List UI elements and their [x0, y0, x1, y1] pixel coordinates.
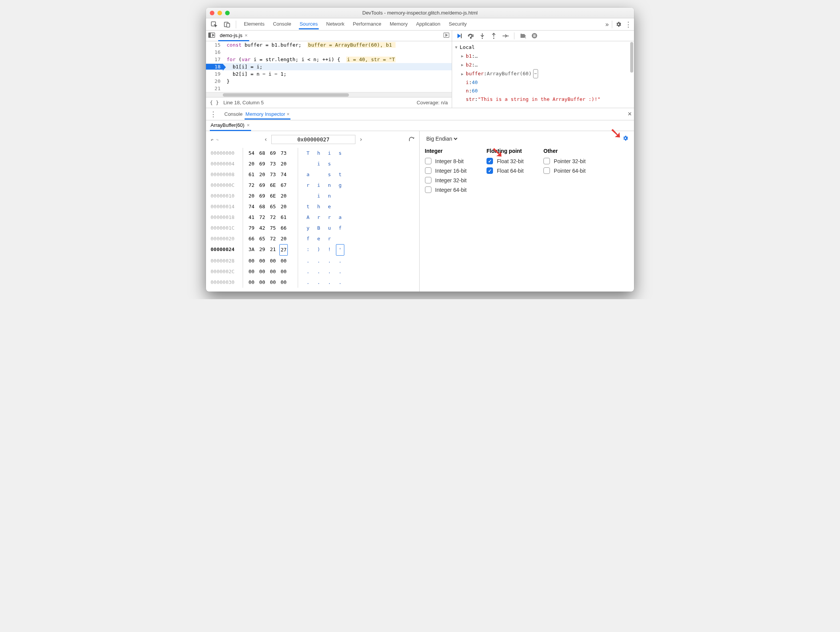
hex-ascii[interactable]: This [299, 148, 345, 159]
checkbox[interactable] [543, 167, 550, 174]
hex-ascii[interactable]: is [299, 159, 345, 169]
device-toggle-icon[interactable] [221, 19, 233, 29]
hex-bytes[interactable]: 66657220 [244, 233, 298, 244]
close-memory-tab-icon[interactable]: × [247, 122, 250, 128]
type-option[interactable]: Integer 16-bit [425, 167, 467, 174]
hex-bytes[interactable]: 20697320 [244, 159, 298, 169]
hex-bytes[interactable]: 79427566 [244, 223, 298, 233]
step-icon[interactable] [502, 34, 509, 38]
history-back-icon[interactable]: ↶ [211, 137, 214, 143]
hex-grid[interactable]: 0000000054686973This0000000420697320 is … [211, 148, 415, 288]
memory-inspector-tab[interactable]: ArrayBuffer(60) × [210, 120, 251, 131]
hex-ascii[interactable]: in [299, 191, 345, 201]
scope-entry[interactable]: i: 40 [455, 78, 631, 87]
checkbox[interactable] [486, 167, 493, 174]
hex-bytes[interactable]: 74686520 [244, 201, 298, 212]
hex-bytes[interactable]: 00000000 [244, 277, 298, 288]
code-line[interactable]: 19 b2[i] = n − i − 1; [206, 70, 452, 78]
type-option[interactable]: Integer 32-bit [425, 177, 467, 183]
type-option[interactable]: Integer 8-bit [425, 158, 467, 164]
checkbox[interactable] [425, 158, 431, 164]
checkbox[interactable] [425, 186, 431, 193]
file-tab[interactable]: demo-js.js × [218, 31, 249, 41]
refresh-memory-icon[interactable] [408, 136, 415, 144]
checkbox[interactable] [425, 167, 431, 174]
line-number[interactable]: 19 [206, 71, 223, 77]
code-line[interactable]: 18 b1[i] = i; [206, 63, 452, 70]
hex-ascii[interactable]: a st [299, 169, 345, 180]
inspect-element-icon[interactable] [208, 19, 220, 29]
endianness-select[interactable]: Big Endian [425, 135, 459, 142]
hex-ascii[interactable]: .... [299, 277, 345, 288]
code-line[interactable]: 16 [206, 49, 452, 56]
code-line[interactable]: 20} [206, 78, 452, 85]
close-drawer-icon[interactable]: × [628, 110, 632, 118]
value-type-settings-icon[interactable] [622, 135, 629, 143]
scope-variables[interactable]: Localb1: …b2: …buffer: ArrayBuffer(60)⋯i… [452, 41, 634, 105]
tab-memory[interactable]: Memory [389, 19, 409, 29]
code-line[interactable]: 21 [206, 85, 452, 92]
pause-exceptions-icon[interactable] [531, 33, 538, 39]
tab-application[interactable]: Application [415, 19, 441, 29]
address-input[interactable] [271, 135, 355, 144]
step-into-icon[interactable] [479, 33, 486, 39]
addr-prev-icon[interactable]: ‹ [261, 136, 271, 143]
settings-gear-icon[interactable] [615, 21, 622, 28]
hex-bytes[interactable]: 00000000 [244, 266, 298, 277]
vertical-scrollbar[interactable] [630, 42, 633, 73]
hex-ascii[interactable]: .... [299, 266, 345, 277]
type-option[interactable]: Pointer 64-bit [543, 167, 585, 174]
kebab-menu-icon[interactable]: ⋮ [625, 21, 632, 28]
reveal-in-memory-icon[interactable]: ⋯ [533, 69, 538, 78]
close-drawer-tab-icon[interactable]: × [285, 111, 289, 117]
hex-ascii[interactable]: :)!' [299, 244, 345, 256]
code-editor[interactable]: 15const buffer = b1.buffer; buffer = Arr… [206, 41, 452, 92]
code-line[interactable]: 17for (var i = str.length; i < n; ++i) {… [206, 56, 452, 63]
hex-bytes[interactable]: 41727261 [244, 212, 298, 223]
tab-performance[interactable]: Performance [352, 19, 382, 29]
hex-bytes[interactable]: 20696E20 [244, 191, 298, 201]
code-line[interactable]: 15const buffer = b1.buffer; buffer = Arr… [206, 41, 452, 49]
type-option[interactable]: Pointer 32-bit [543, 158, 585, 164]
run-snippet-icon[interactable] [443, 32, 449, 39]
hex-bytes[interactable]: 54686973 [244, 148, 298, 159]
drawer-menu-icon[interactable]: ⋮ [208, 111, 218, 118]
hex-ascii[interactable]: Arra [299, 212, 345, 223]
close-file-tab-icon[interactable]: × [245, 32, 248, 38]
checkbox[interactable] [543, 158, 550, 164]
tab-console[interactable]: Console [272, 19, 292, 29]
horizontal-scrollbar[interactable] [206, 92, 452, 97]
hex-ascii[interactable]: the [299, 201, 345, 212]
tab-sources[interactable]: Sources [299, 19, 319, 29]
line-number[interactable]: 18 [206, 64, 223, 70]
more-tabs-chevron[interactable]: » [605, 21, 609, 28]
tab-network[interactable]: Network [326, 19, 345, 29]
step-over-icon[interactable] [467, 33, 474, 39]
line-number[interactable]: 15 [206, 42, 223, 48]
type-option[interactable]: Integer 64-bit [425, 186, 467, 193]
scope-entry[interactable]: n: 60 [455, 87, 631, 95]
hex-ascii[interactable]: yBuf [299, 223, 345, 233]
checkbox[interactable] [425, 177, 431, 183]
scope-entry[interactable]: b1: … [455, 52, 631, 60]
hex-bytes[interactable]: 61207374 [244, 169, 298, 180]
hex-bytes[interactable]: 00000000 [244, 256, 298, 266]
line-number[interactable]: 21 [206, 86, 223, 91]
deactivate-breakpoints-icon[interactable] [520, 33, 527, 39]
history-forward-icon[interactable]: ↷ [216, 137, 219, 143]
scope-entry[interactable]: b2: … [455, 60, 631, 69]
tab-elements[interactable]: Elements [243, 19, 265, 29]
hex-bytes[interactable]: 3A292127 [244, 244, 298, 256]
addr-next-icon[interactable]: › [356, 136, 366, 143]
pretty-print-icon[interactable]: { } [210, 100, 219, 105]
line-number[interactable]: 17 [206, 57, 223, 62]
resume-icon[interactable] [456, 33, 463, 39]
hex-ascii[interactable]: ring [299, 180, 345, 191]
hex-ascii[interactable]: fer [299, 233, 345, 244]
scope-entry[interactable]: str: "This is a string in the ArrayBuffe… [455, 95, 631, 104]
hex-bytes[interactable]: 72696E67 [244, 180, 298, 191]
line-number[interactable]: 16 [206, 49, 223, 55]
tab-security[interactable]: Security [448, 19, 467, 29]
drawer-tab-memory-inspector[interactable]: Memory Inspector × [245, 109, 290, 120]
scope-entry[interactable]: buffer: ArrayBuffer(60)⋯ [455, 69, 631, 78]
